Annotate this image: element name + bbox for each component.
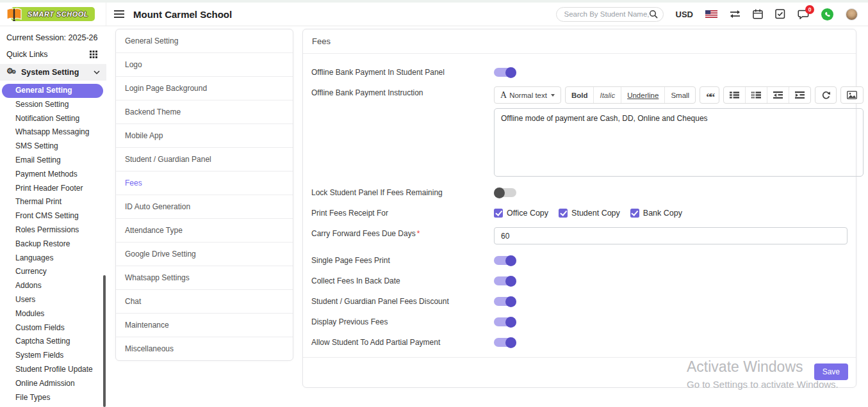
sidebar-item-notification-setting[interactable]: Notification Setting (0, 112, 106, 126)
sidebar-item-system-fields[interactable]: System Fields (0, 349, 106, 363)
row-single-page-fees-print: Single Page Fees Print (311, 254, 848, 265)
user-avatar[interactable] (846, 8, 858, 20)
single-page-fees-print-toggle[interactable] (494, 256, 516, 265)
sidebar-item-general-setting[interactable]: General Setting (2, 84, 103, 98)
sidebar-item-thermal-print[interactable]: Thermal Print (0, 195, 106, 209)
tab-logo[interactable]: Logo (116, 53, 293, 77)
sidebar-item-currency[interactable]: Currency (0, 265, 106, 279)
menu-toggle-icon[interactable] (114, 10, 124, 18)
lock-student-panel-toggle[interactable] (494, 188, 516, 197)
sidebar-item-whatsapp-messaging[interactable]: Whatsapp Messaging (0, 125, 106, 140)
app-header: SMART SCHOOL Mount Carmel School USD (0, 3, 868, 26)
display-previous-fees-label: Display Previous Fees (311, 315, 494, 326)
indent-button[interactable] (789, 87, 810, 103)
tab-login-page-background[interactable]: Login Page Background (116, 77, 293, 100)
offline-instruction-label: Offline Bank Payment Instruction (311, 86, 494, 177)
app-logo[interactable]: SMART SCHOOL (0, 3, 106, 26)
tasks-icon[interactable] (775, 9, 785, 19)
offline-bank-payment-label: Offline Bank Payment In Student Panel (311, 66, 494, 77)
offline-instruction-editor[interactable]: Offline mode of payment are Cash, DD, On… (494, 108, 864, 177)
sidebar-item-custom-fields[interactable]: Custom Fields (0, 321, 106, 335)
insert-image-button[interactable] (841, 87, 863, 103)
calendar-icon[interactable] (753, 9, 763, 19)
carry-forward-input[interactable] (494, 227, 848, 244)
italic-button[interactable]: Italic (594, 87, 621, 103)
tab-google-drive-setting[interactable]: Google Drive Setting (116, 243, 293, 266)
student-copy-checkbox[interactable]: Student Copy (559, 209, 620, 218)
language-flag-icon[interactable] (705, 10, 717, 18)
offline-bank-payment-toggle[interactable] (494, 68, 516, 77)
sidebar-item-backup-restore[interactable]: Backup Restore (0, 237, 106, 251)
tab-id-auto-generation[interactable]: ID Auto Generation (116, 195, 293, 219)
sidebar-item-print-header-footer[interactable]: Print Header Footer (0, 182, 106, 196)
messages-icon[interactable]: 0 (798, 9, 809, 19)
tab-whatsapp-settings[interactable]: Whatsapp Settings (116, 266, 293, 290)
sidebar-item-roles-permissions[interactable]: Roles Permissions (0, 223, 106, 237)
outdent-icon (773, 91, 783, 99)
tab-fees[interactable]: Fees (116, 172, 293, 195)
sidebar-item-online-admission[interactable]: Online Admission (0, 377, 106, 391)
switch-branch-icon[interactable] (730, 10, 741, 19)
tab-chat[interactable]: Chat (116, 290, 293, 314)
list-group (723, 86, 811, 104)
sidebar-item-student-profile-update[interactable]: Student Profile Update (0, 363, 106, 377)
quick-links-label: Quick Links (6, 50, 48, 59)
sidebar-item-users[interactable]: Users (0, 293, 106, 307)
sidebar-item-front-cms-setting[interactable]: Front CMS Setting (0, 209, 106, 223)
redo-group (815, 86, 837, 104)
sidebar-item-sidebar-menu[interactable]: Sidebar Menu (0, 404, 106, 407)
image-icon (847, 91, 857, 99)
book-icon (6, 6, 22, 22)
sidebar-item-captcha-setting[interactable]: Captcha Setting (0, 335, 106, 349)
sidebar-item-languages[interactable]: Languages (0, 251, 106, 266)
bold-button[interactable]: Bold (566, 87, 594, 103)
format-dropdown[interactable]: Normal text (495, 87, 561, 103)
tab-mobile-app[interactable]: Mobile App (116, 124, 293, 148)
tab-attendance-type[interactable]: Attendance Type (116, 219, 293, 243)
tab-student-guardian-panel[interactable]: Student / Guardian Panel (116, 148, 293, 172)
underline-button[interactable]: Underline (621, 87, 665, 103)
tab-miscellaneous[interactable]: Miscellaneous (116, 337, 293, 360)
sidebar-menu-list: General Setting Session Setting Notifica… (0, 81, 106, 407)
tab-backend-theme[interactable]: Backend Theme (116, 100, 293, 124)
fees-panel-title: Fees (303, 29, 856, 54)
panel-fees-discount-toggle[interactable] (494, 297, 516, 306)
sidebar-item-email-setting[interactable]: Email Setting (0, 154, 106, 168)
currency-selector[interactable]: USD (676, 10, 693, 19)
message-count-badge: 0 (805, 5, 814, 14)
collect-fees-back-date-toggle[interactable] (494, 276, 516, 285)
office-copy-checkbox[interactable]: Office Copy (494, 209, 548, 218)
blockquote-button[interactable] (700, 87, 719, 103)
row-lock-student-panel: Lock Student Panel If Fees Remaining (311, 186, 848, 197)
partial-payment-toggle[interactable] (494, 338, 516, 347)
save-button[interactable]: Save (814, 363, 848, 380)
ordered-list-icon (751, 91, 761, 99)
student-search[interactable] (556, 7, 664, 22)
quote-group (700, 86, 719, 104)
whatsapp-icon[interactable] (821, 8, 833, 20)
sidebar-item-session-setting[interactable]: Session Setting (0, 98, 106, 112)
search-icon[interactable] (649, 10, 658, 19)
sidebar-item-sms-setting[interactable]: SMS Setting (0, 140, 106, 154)
unordered-list-button[interactable] (724, 87, 746, 103)
sidebar-scrollbar[interactable] (103, 275, 106, 407)
bank-copy-checkbox[interactable]: Bank Copy (630, 209, 682, 218)
sidebar-section-system-setting[interactable]: ⚙⚙ System Setting (0, 64, 106, 81)
tab-maintenance[interactable]: Maintenance (116, 314, 293, 337)
outdent-button[interactable] (767, 87, 789, 103)
search-input[interactable] (564, 10, 649, 18)
display-previous-fees-toggle[interactable] (494, 317, 516, 326)
sidebar-item-payment-methods[interactable]: Payment Methods (0, 168, 106, 182)
redo-button[interactable] (815, 87, 836, 103)
tab-general-setting[interactable]: General Setting (116, 29, 293, 53)
unordered-list-icon (730, 91, 739, 99)
row-offline-bank-payment: Offline Bank Payment In Student Panel (311, 66, 848, 77)
chevron-down-icon (94, 70, 100, 74)
sidebar-item-addons[interactable]: Addons (0, 279, 106, 293)
sidebar-item-modules[interactable]: Modules (0, 307, 106, 321)
quick-links-grid-icon[interactable] (90, 51, 97, 58)
required-mark: * (417, 229, 420, 238)
sidebar-item-file-types[interactable]: File Types (0, 391, 106, 405)
small-button[interactable]: Small (665, 87, 695, 103)
ordered-list-button[interactable] (746, 87, 767, 103)
